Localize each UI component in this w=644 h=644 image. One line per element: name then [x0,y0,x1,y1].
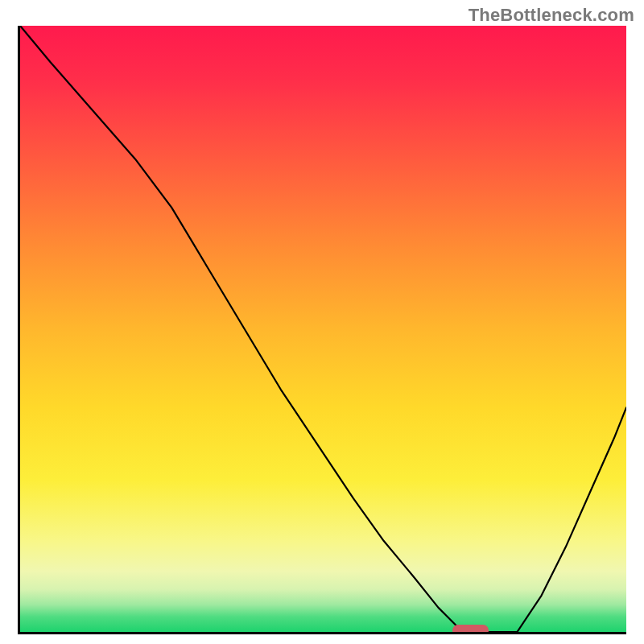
optimal-marker [452,625,489,634]
bottleneck-curve [20,26,626,632]
plot-area [18,26,626,634]
watermark-text: TheBottleneck.com [469,5,634,26]
chart-stage: TheBottleneck.com [0,0,644,644]
